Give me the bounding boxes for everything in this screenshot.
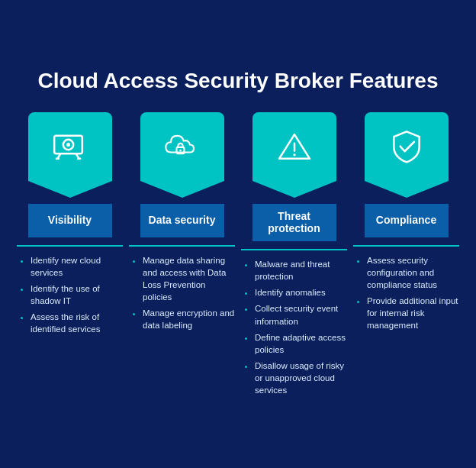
bullets-visibility: Identify new cloud servicesIdentify the … bbox=[17, 254, 123, 340]
list-item: Identify new cloud services bbox=[31, 254, 123, 279]
icon-data-security bbox=[140, 112, 224, 181]
list-item: Identify anomalies bbox=[255, 286, 347, 299]
column-visibility: VisibilityIdentify new cloud servicesIde… bbox=[17, 112, 123, 340]
icon-compliance bbox=[365, 112, 449, 181]
svg-point-8 bbox=[179, 149, 182, 151]
list-item: Assess security configuration and compli… bbox=[367, 254, 459, 291]
divider-data-security bbox=[129, 245, 235, 247]
bullets-threat-protection: Malware and threat protectionIdentify an… bbox=[241, 258, 347, 400]
list-item: Manage data sharing and access with Data… bbox=[143, 254, 235, 303]
list-item: Assess the risk of identified services bbox=[31, 311, 123, 335]
label-visibility: Visibility bbox=[28, 204, 112, 237]
column-compliance: ComplianceAssess security configuration … bbox=[353, 112, 459, 336]
label-compliance: Compliance bbox=[365, 204, 449, 237]
features-columns: VisibilityIdentify new cloud servicesIde… bbox=[17, 112, 459, 401]
column-threat-protection: Threat protectionMalware and threat prot… bbox=[241, 112, 347, 401]
svg-point-2 bbox=[66, 143, 70, 147]
divider-compliance bbox=[353, 245, 459, 247]
icon-badge-threat-protection: Threat protection bbox=[252, 112, 336, 242]
list-item: Malware and threat protection bbox=[255, 258, 347, 282]
list-item: Provide additional input for internal ri… bbox=[367, 295, 459, 331]
icon-visibility bbox=[28, 112, 112, 181]
bullets-data-security: Manage data sharing and access with Data… bbox=[129, 254, 235, 336]
icon-badge-visibility: Visibility bbox=[28, 112, 112, 237]
label-data-security: Data security bbox=[140, 204, 224, 237]
list-item: Collect security event information bbox=[255, 302, 347, 327]
list-item: Manage encryption and data labeling bbox=[143, 307, 235, 331]
column-data-security: Data securityManage data sharing and acc… bbox=[129, 112, 235, 336]
bullets-compliance: Assess security configuration and compli… bbox=[353, 254, 459, 336]
list-item: Disallow usage of risky or unapproved cl… bbox=[255, 360, 347, 396]
label-threat-protection: Threat protection bbox=[252, 204, 336, 242]
divider-threat-protection bbox=[241, 249, 347, 250]
icon-threat-protection bbox=[252, 112, 336, 181]
main-container: Cloud Access Security Broker Features Vi… bbox=[9, 53, 467, 415]
icon-badge-data-security: Data security bbox=[140, 112, 224, 237]
icon-badge-compliance: Compliance bbox=[365, 112, 449, 237]
svg-point-10 bbox=[293, 153, 295, 156]
page-title: Cloud Access Security Broker Features bbox=[17, 68, 459, 94]
divider-visibility bbox=[17, 245, 123, 247]
list-item: Define adaptive access policies bbox=[255, 331, 347, 356]
list-item: Identify the use of shadow IT bbox=[31, 282, 123, 307]
